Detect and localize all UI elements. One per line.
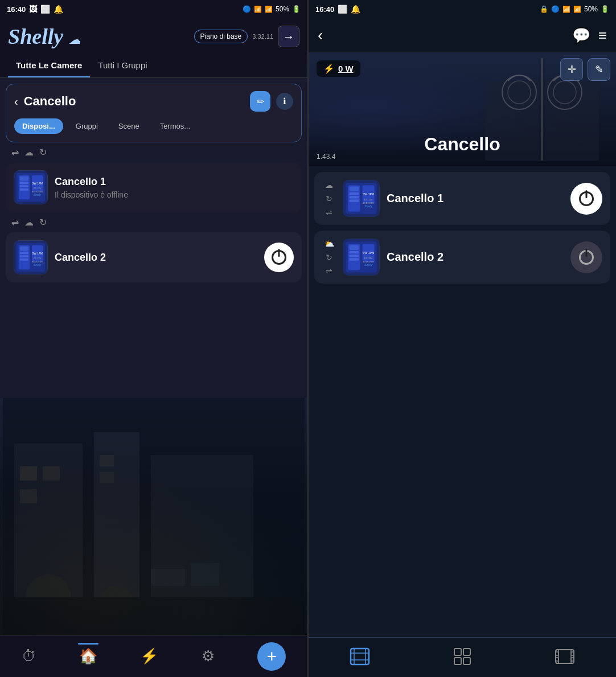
bottom-nav-energy[interactable]: ⚡ [140,647,158,665]
right-wifi-icon: 📶 [562,6,570,13]
svg-text:AC/DC/240V: AC/DC/240V [32,261,43,263]
energy-icon: ⚡ [140,647,158,665]
film-icon [555,646,575,667]
bottom-nav-settings[interactable]: ⚙ [202,647,215,665]
right-device-image-1: SW 1PM DC 12V AC/DC/240V Shelly [343,180,380,217]
svg-rect-75 [454,658,461,664]
svg-rect-62 [350,259,359,261]
tab-all-rooms[interactable]: Tutte Le Camere [8,55,90,77]
info-icon: ℹ [283,96,286,106]
version-text: 3.32.11 [252,33,273,40]
group-icon [452,646,473,667]
right-bottom-film[interactable] [555,646,575,669]
right-status-left: 16:40 ⬜ 🔔 [315,5,360,14]
svg-rect-60 [350,251,359,253]
svg-text:SW 1PM: SW 1PM [32,182,43,185]
svg-rect-68 [351,649,369,664]
subtab-groups[interactable]: Gruppi [68,118,106,134]
room-info-button[interactable]: ℹ [276,93,293,110]
battery-text: 50% [276,5,289,13]
svg-text:Shelly: Shelly [364,263,373,266]
svg-rect-30 [3,597,305,637]
svg-rect-50 [350,200,359,202]
left-status-right: 🔵 📶 📶 50% 🔋 [243,5,301,13]
right-status-right: 🔒 🔵 📶 📶 50% 🔋 [540,5,609,13]
power-value: 0 W [338,64,354,73]
device-icon [350,646,370,667]
left-panel: 16:40 🖼 ⬜ 🔔 🔵 📶 📶 50% 🔋 Shelly ☁ Piano d… [0,0,307,677]
hero-edit-button[interactable]: ✎ [588,58,610,81]
svg-text:DC 12V: DC 12V [364,257,373,260]
device-card-1[interactable]: SW 1PM DC 12V AC/DC/240V Shelly Cancello… [6,162,302,212]
right-status-bar: 16:40 ⬜ 🔔 🔒 🔵 📶 📶 50% 🔋 [309,0,616,18]
main-tabs: Tutte Le Camere Tutti I Gruppi [0,55,307,78]
right-bluetooth-icon: 🔵 [551,5,560,13]
menu-button[interactable]: ≡ [598,27,607,44]
hero-move-button[interactable]: ✛ [560,58,583,81]
move-icon: ✛ [568,63,576,76]
subtab-thermos[interactable]: Termos... [152,118,198,134]
shelly-module-svg-2: SW 1PM DC 12V AC/DC/240V Shelly [14,241,47,274]
room-edit-button[interactable]: ✏ [250,91,270,112]
right-device-image-2: SW 1PM DC 12V AC/DC/240V Shelly [343,239,380,276]
floor-badge-button[interactable]: Piano di base [194,30,248,43]
svg-rect-74 [463,649,470,655]
logo-text: Shelly [8,24,63,48]
subtab-devices[interactable]: Disposi... [14,118,63,134]
device-info-1: Cancello 1 Il dispositivo è offline [55,176,294,199]
subtab-scenes[interactable]: Scene [110,118,147,134]
power-icon-2 [272,250,286,265]
right-bottom-device[interactable] [350,646,370,669]
shelly-module-svg-1: SW 1PM DC 12V AC/DC/240V Shelly [14,171,47,204]
signal-icon: 📶 [265,6,273,13]
settings-icon: ⚙ [202,647,215,665]
background-scene [0,398,307,637]
svg-rect-15 [20,247,28,251]
svg-rect-6 [20,188,28,191]
battery-icon: 🔋 [292,5,301,13]
left-bottom-nav: ⏱ 🏠 ⚡ ⚙ + [0,635,307,677]
tab-all-groups[interactable]: Tutti I Gruppi [90,55,155,77]
device-name-2: Cancello 2 [55,252,257,264]
device-power-button-2[interactable] [264,243,294,272]
svg-rect-31 [20,466,37,481]
right-device-card-2[interactable]: ⛅ ↻ ⇌ SW 1PM DC 12V AC/DC/240V Sh [314,231,610,284]
svg-rect-32 [20,489,37,503]
svg-rect-76 [463,658,470,664]
right-power-button-2[interactable] [570,241,602,273]
right-power-button-1[interactable] [570,183,602,215]
svg-text:SW 1PM: SW 1PM [363,251,375,255]
right-shelly-module-2: SW 1PM DC 12V AC/DC/240V Shelly [343,239,379,275]
dashboard-icon: ⏱ [22,647,36,665]
room-back-button[interactable]: ‹ [14,95,18,108]
right-device-card-1[interactable]: ☁ ↻ ⇌ SW 1PM DC 12V AC/DC/240V Sh [314,172,610,225]
bottom-nav-add[interactable]: + [257,642,286,671]
right-bottom-group[interactable] [452,646,473,669]
svg-rect-59 [350,245,359,250]
right-device-icons-2: ⛅ ↻ ⇌ [322,239,336,276]
right-back-button[interactable]: ‹ [318,26,323,44]
right-share-icon-1: ⇌ [326,208,332,217]
left-status-bar: 16:40 🖼 ⬜ 🔔 🔵 📶 📶 50% 🔋 [0,0,307,18]
scene-svg [0,398,307,637]
power-reading: ⚡ 0 W [317,60,360,77]
svg-rect-48 [350,192,359,195]
hero-area: ⚡ 0 W ✛ ✎ 1.43.4 Cancello [309,52,616,166]
pencil-icon: ✏ [257,96,264,107]
message-button[interactable]: 💬 [572,27,590,44]
right-battery-icon: 🔋 [601,5,609,13]
right-battery-text: 50% [584,5,598,13]
share-icon-2: ⇌ [11,217,19,228]
right-power-icon-1 [579,191,594,206]
left-time: 16:40 [7,5,26,14]
header-actions: Piano di base 3.32.11 → [194,26,299,47]
bottom-nav-dashboard[interactable]: ⏱ [22,647,36,665]
right-refresh-icon-1: ↻ [326,194,332,203]
right-bottom-nav [309,637,616,677]
room-title: Cancello [24,94,244,109]
device-card-2[interactable]: SW 1PM DC 12V AC/DC/240V Shelly Cancello… [6,232,302,282]
wifi-icon: 📶 [254,6,262,13]
bluetooth-icon: 🔵 [243,5,251,13]
bottom-nav-home[interactable]: 🏠 [79,647,97,665]
export-button[interactable]: → [278,26,299,47]
